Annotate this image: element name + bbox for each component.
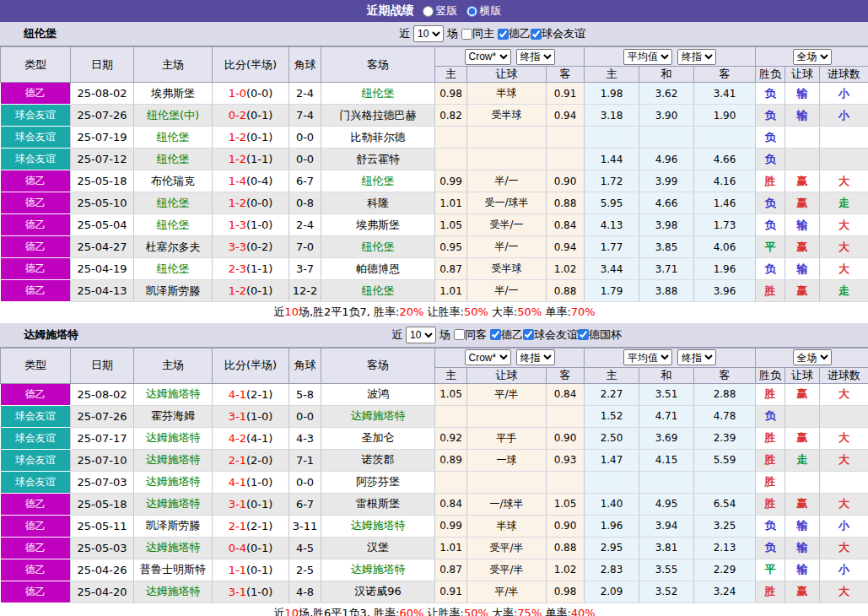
corner-count: 5-8 — [289, 383, 321, 405]
home-team[interactable]: 达姆施塔特 — [134, 427, 213, 449]
home-team[interactable]: 达姆施塔特 — [134, 581, 213, 602]
away-team[interactable]: 比勒菲尔德 — [321, 127, 435, 149]
away-team[interactable]: 纽伦堡 — [321, 236, 435, 258]
avg-stage-select[interactable]: 终指 — [677, 349, 716, 365]
home-team[interactable]: 普鲁士明斯特 — [134, 559, 213, 581]
same-venue-checkbox[interactable] — [454, 329, 465, 340]
odds-source-select[interactable]: Crow* — [465, 49, 511, 65]
scope-select[interactable]: 全场 — [793, 349, 832, 365]
odds-home: 0.84 — [435, 493, 467, 515]
match-count-select[interactable]: 10 — [413, 25, 444, 42]
away-team[interactable]: 诺茨郡 — [321, 449, 435, 471]
layout-option-horizontal[interactable]: 横版 — [466, 3, 502, 19]
home-team[interactable]: 布伦瑞克 — [134, 170, 213, 192]
home-team[interactable]: 达姆施塔特 — [134, 449, 213, 471]
same-venue-checkbox[interactable] — [461, 29, 472, 40]
away-team[interactable]: 纽伦堡 — [321, 83, 435, 105]
vertical-radio[interactable] — [423, 6, 434, 17]
away-team[interactable]: 达姆施塔特 — [321, 515, 435, 537]
match-row: 德乙25-05-18达姆施塔特3-1(0-1)6-7雷根斯堡0.84一/球半1.… — [1, 493, 868, 515]
same-venue-filter[interactable]: 同客 — [454, 327, 487, 343]
away-team[interactable]: 埃弗斯堡 — [321, 214, 435, 236]
home-team[interactable]: 纽伦堡 — [134, 192, 213, 214]
horizontal-radio[interactable] — [466, 6, 477, 17]
match-score: 1-2(1-1) — [213, 149, 289, 170]
league-filter[interactable]: 球会友谊 — [523, 327, 578, 343]
goals-outcome — [820, 149, 868, 170]
home-team[interactable]: 达姆施塔特 — [134, 383, 213, 405]
away-team[interactable]: 汉诺威96 — [321, 581, 435, 602]
home-team[interactable]: 纽伦堡 — [134, 149, 213, 170]
col-score: 比分(半场) — [213, 348, 289, 383]
avg-away: 1.90 — [694, 105, 756, 127]
away-team[interactable]: 达姆施塔特 — [321, 559, 435, 581]
avg-source-select[interactable]: 平均值 — [623, 349, 672, 365]
away-team[interactable]: 圣加仑 — [321, 427, 435, 449]
away-team[interactable]: 阿莎芬堡 — [321, 471, 435, 493]
avg-away: 4.78 — [694, 405, 756, 427]
home-team[interactable]: 杜塞尔多夫 — [134, 236, 213, 258]
goals-outcome: 大 — [820, 258, 868, 280]
away-team[interactable]: 达姆施塔特 — [321, 405, 435, 427]
league-checkbox[interactable] — [578, 329, 589, 340]
odds-away: 0.94 — [547, 236, 585, 258]
avg-draw: 3.62 — [639, 83, 694, 105]
home-team[interactable]: 纽伦堡 — [134, 214, 213, 236]
avg-away: 3.41 — [694, 83, 756, 105]
home-team[interactable]: 纽伦堡 — [134, 127, 213, 149]
odds-handicap: 平/半 — [467, 581, 547, 602]
col-home: 主场 — [134, 348, 213, 383]
away-team[interactable]: 汉堡 — [321, 537, 435, 559]
odds-handicap: 一/球半 — [467, 493, 547, 515]
avg-source-select[interactable]: 平均值 — [623, 49, 672, 65]
league-filter[interactable]: 德乙 — [498, 26, 531, 41]
recent-results-table-2: 类型 日期 主场 比分(半场) 角球 客场 Crow*终指 平均值终指 全场 主… — [0, 348, 868, 616]
scope-select[interactable]: 全场 — [793, 49, 832, 65]
home-team[interactable]: 纽伦堡(中) — [134, 105, 213, 127]
away-team[interactable]: 帕德博恩 — [321, 258, 435, 280]
home-team[interactable]: 霍芬海姆 — [134, 405, 213, 427]
odds-stage-select[interactable]: 终指 — [516, 349, 555, 365]
match-type-badge: 德乙 — [1, 493, 71, 515]
avg-away: 4.16 — [694, 170, 756, 192]
odds-handicap: 平手 — [467, 427, 547, 449]
match-score: 4-1(2-1) — [213, 383, 289, 405]
corner-count: 0-0 — [289, 127, 321, 149]
home-team[interactable]: 埃弗斯堡 — [134, 83, 213, 105]
home-team[interactable]: 凯泽斯劳滕 — [134, 515, 213, 537]
home-team[interactable]: 凯泽斯劳滕 — [134, 280, 213, 302]
goals-outcome: 大 — [820, 537, 868, 559]
layout-option-vertical[interactable]: 竖版 — [423, 3, 458, 19]
away-team[interactable]: 波鸿 — [321, 383, 435, 405]
league-filter[interactable]: 德国杯 — [578, 327, 622, 343]
match-row: 球会友谊25-07-26纽伦堡(中)0-2(0-1)7-4门兴格拉德巴赫0.82… — [1, 105, 868, 127]
same-venue-filter[interactable]: 同主 — [461, 26, 494, 41]
match-score: 2-1(2-1) — [213, 515, 289, 537]
league-checkbox[interactable] — [523, 329, 534, 340]
match-date: 25-04-20 — [71, 581, 134, 602]
away-team[interactable]: 门兴格拉德巴赫 — [321, 105, 435, 127]
match-score: 3-1(0-1) — [213, 493, 289, 515]
odds-stage-select[interactable]: 终指 — [516, 49, 555, 65]
away-team[interactable]: 纽伦堡 — [321, 170, 435, 192]
league-checkbox[interactable] — [498, 29, 509, 40]
home-team[interactable]: 达姆施塔特 — [134, 537, 213, 559]
away-team[interactable]: 纽伦堡 — [321, 280, 435, 302]
avg-stage-select[interactable]: 终指 — [677, 49, 716, 65]
match-count-select[interactable]: 10 — [406, 327, 436, 343]
avg-away — [694, 127, 756, 149]
away-team[interactable]: 雷根斯堡 — [321, 493, 435, 515]
league-filter[interactable]: 球会友谊 — [531, 26, 585, 41]
away-team[interactable]: 科隆 — [321, 192, 435, 214]
away-team[interactable]: 舒云霍特 — [321, 149, 435, 170]
league-filter[interactable]: 德乙 — [490, 327, 523, 343]
home-team[interactable]: 达姆施塔特 — [134, 471, 213, 493]
league-checkbox[interactable] — [531, 29, 542, 40]
avg-draw: 3.99 — [639, 170, 694, 192]
league-checkbox[interactable] — [490, 329, 501, 340]
home-team[interactable]: 达姆施塔特 — [134, 493, 213, 515]
odds-source-select[interactable]: Crow* — [465, 349, 511, 365]
page-title: 近期战绩 — [367, 3, 414, 19]
odds-handicap — [467, 405, 547, 427]
home-team[interactable]: 纽伦堡 — [134, 258, 213, 280]
